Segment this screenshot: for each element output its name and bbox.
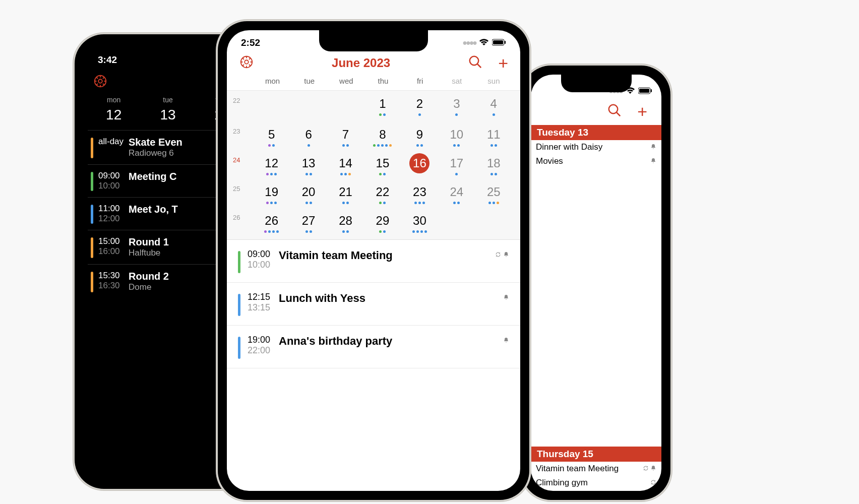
calendar-day[interactable]: 4 (475, 94, 512, 119)
calendar-day[interactable]: 17 (438, 153, 475, 177)
wifi-icon (479, 37, 489, 48)
calendar-day[interactable]: 24 (438, 182, 475, 206)
end-time: 12:00 (98, 214, 129, 224)
day-number: 1 (373, 94, 393, 114)
calendar-day[interactable]: 22 (364, 182, 401, 206)
list-item[interactable]: Climbing gym (531, 476, 661, 490)
calendar-day[interactable] (327, 94, 364, 119)
event-dot (455, 113, 458, 116)
calendar-day[interactable]: 3 (438, 94, 475, 119)
day-number: 17 (447, 153, 467, 173)
day-number (483, 211, 504, 231)
event-dots (475, 232, 512, 236)
event-dots (327, 202, 364, 206)
calendar-day[interactable]: 28 (327, 211, 364, 236)
calendar-day[interactable]: 8 (364, 124, 401, 148)
calendar-day[interactable]: 25 (475, 182, 512, 206)
calendar-week-row: 23 5 6 7 8 9 10 11 (227, 121, 520, 150)
event-dot (377, 144, 380, 147)
day-number: 7 (336, 124, 356, 145)
calendar-day[interactable]: 30 (401, 211, 438, 236)
calendar-week-row: 26 26 27 28 29 30 (227, 208, 520, 238)
calendar-day[interactable]: 16 (401, 153, 438, 177)
weekday: mon (254, 77, 291, 85)
calendar-day[interactable]: 26 (253, 211, 290, 236)
list-item[interactable]: Dinner with Daisy (531, 140, 661, 154)
event-dots (401, 144, 438, 148)
start-time: 15:30 (98, 271, 129, 281)
date-cell[interactable]: 13 (141, 107, 195, 123)
day-number (262, 94, 282, 114)
end-time: 10:00 (98, 181, 129, 191)
calendar-day[interactable]: 18 (475, 153, 512, 177)
status-right: ●●●● (462, 37, 506, 48)
add-icon[interactable]: + (498, 54, 508, 72)
calendar-day[interactable]: 11 (475, 124, 512, 148)
calendar-day[interactable]: 12 (253, 153, 290, 177)
start-time: 09:00 (248, 249, 279, 260)
calendar-day[interactable]: 21 (327, 182, 364, 206)
event-dot (389, 144, 392, 147)
calendar-day[interactable]: 6 (290, 124, 327, 148)
event-dots (290, 230, 327, 234)
list-item[interactable]: Vitamin team Meeting (531, 462, 661, 476)
event-dot (270, 173, 273, 175)
gear-icon[interactable] (93, 74, 108, 91)
search-icon[interactable] (607, 103, 622, 120)
calendar-day[interactable]: 9 (401, 124, 438, 148)
event-dot (346, 202, 349, 204)
event-title: Climbing gym (536, 478, 650, 488)
event-dots (401, 202, 438, 206)
day-number: 24 (447, 182, 467, 202)
calendar-day[interactable] (438, 211, 475, 236)
agenda-row[interactable]: 19:00 22:00 Anna's birthday party (227, 326, 520, 368)
weekday: sat (439, 77, 475, 85)
calendar-day[interactable] (253, 94, 290, 119)
calendar-day[interactable]: 2 (401, 94, 438, 119)
month-title[interactable]: June 2023 (254, 56, 468, 70)
calendar-day[interactable]: 20 (290, 182, 327, 206)
calendar-day[interactable]: 27 (290, 211, 327, 236)
list-item[interactable]: Movies (531, 154, 661, 168)
event-dot (420, 230, 423, 233)
calendar-day[interactable]: 7 (327, 124, 364, 148)
calendar-day[interactable]: 5 (253, 124, 290, 148)
nav: June 2023 + (227, 50, 520, 73)
event-dots (401, 230, 438, 234)
agenda-row[interactable]: 09:00 10:00 Vitamin team Meeting (227, 240, 520, 283)
day-number: 15 (373, 153, 393, 173)
gear-icon[interactable] (239, 54, 254, 72)
add-icon[interactable]: + (637, 103, 647, 120)
calendar-day[interactable] (475, 211, 512, 236)
event-dot (379, 113, 382, 116)
calendar-day[interactable]: 19 (253, 182, 290, 206)
search-icon[interactable] (468, 54, 483, 72)
day-number (336, 94, 356, 114)
calendar-day[interactable]: 15 (364, 153, 401, 177)
start-time: all-day (98, 137, 129, 147)
event-icons (495, 249, 509, 259)
bell-icon (650, 144, 656, 151)
calendar-day[interactable]: 29 (364, 211, 401, 236)
event-title: Vitamin team Meeting (279, 249, 495, 262)
date-cell[interactable]: 12 (87, 107, 141, 123)
calendar-day[interactable]: 1 (364, 94, 401, 119)
svg-point-11 (609, 105, 618, 114)
calendar-day[interactable] (290, 94, 327, 119)
event-dots (364, 173, 401, 177)
calendar-day[interactable]: 23 (401, 182, 438, 206)
screen-right: ●●●● + Tuesday 13Dinner with Daisy Movie… (531, 75, 661, 491)
event-times: 19:00 22:00 (248, 335, 279, 356)
day-number: 22 (373, 182, 393, 202)
event-dots (290, 173, 327, 177)
svg-rect-10 (651, 89, 652, 92)
calendar-day[interactable]: 14 (327, 153, 364, 177)
svg-rect-9 (639, 89, 649, 93)
calendar-day[interactable]: 13 (290, 153, 327, 177)
phone-center: 2:52 ●●●● June 2023 + mon tue wed th (218, 21, 529, 500)
agenda-row[interactable]: 12:15 13:15 Lunch with Yess (227, 283, 520, 326)
day-number: 6 (298, 124, 319, 145)
weekday: fri (402, 77, 439, 85)
calendar-day[interactable]: 10 (438, 124, 475, 148)
event-dot (418, 202, 421, 204)
